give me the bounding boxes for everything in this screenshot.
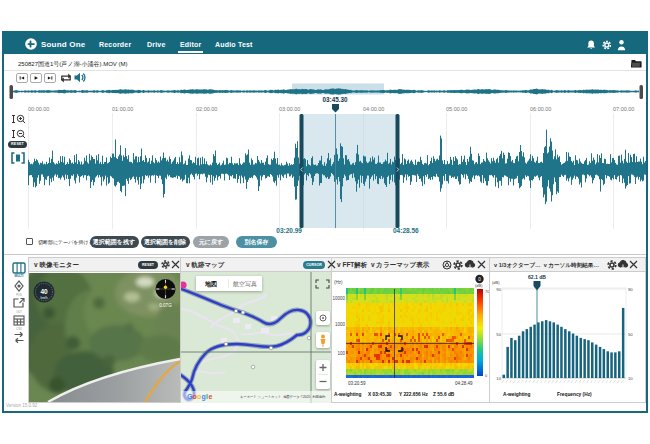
svg-text:90: 90 — [496, 287, 501, 292]
svg-text:Y 222.656 Hz: Y 222.656 Hz — [399, 392, 429, 397]
svg-text:90: 90 — [628, 287, 633, 292]
svg-text:04:28.49: 04:28.49 — [455, 381, 473, 386]
svg-text:A-weighting: A-weighting — [503, 392, 531, 397]
svg-text:50: 50 — [496, 332, 501, 337]
svg-text:e: e — [209, 393, 213, 400]
svg-text:10000: 10000 — [332, 296, 345, 301]
svg-text:OUT: OUT — [16, 310, 22, 314]
svg-text:X 03:45.30: X 03:45.30 — [368, 392, 392, 397]
svg-text:0: 0 — [485, 373, 488, 378]
svg-text:100: 100 — [337, 351, 345, 356]
svg-text:(Hz): (Hz) — [334, 280, 343, 285]
svg-text:(dB): (dB) — [492, 280, 500, 285]
svg-text:03:20.59: 03:20.59 — [348, 381, 366, 386]
svg-text:MULTI: MULTI — [15, 274, 24, 278]
svg-text:航空写真: 航空写真 — [233, 280, 257, 288]
svg-text:(dB): (dB) — [475, 283, 483, 288]
svg-text:1000: 1000 — [335, 322, 346, 327]
svg-text:Z 55.6 dB: Z 55.6 dB — [433, 392, 455, 397]
svg-text:62.1 dB: 62.1 dB — [528, 274, 546, 280]
svg-text:40: 40 — [40, 288, 48, 295]
svg-text:CSV: CSV — [16, 327, 22, 331]
svg-text:km/h: km/h — [41, 296, 48, 300]
svg-text:POS: POS — [16, 293, 22, 297]
svg-text:10: 10 — [496, 376, 501, 381]
svg-text:10: 10 — [628, 376, 633, 381]
svg-text:Frequency (Hz): Frequency (Hz) — [557, 392, 592, 397]
svg-text:50: 50 — [628, 332, 633, 337]
svg-text:0.07G: 0.07G — [159, 303, 172, 308]
svg-text:キーボード ショートカット 地図データ ©2025 利用: キーボード ショートカット 地図データ ©2025 利用規約 — [240, 394, 325, 399]
svg-text:地図: 地図 — [204, 280, 217, 288]
svg-text:A-weighting: A-weighting — [334, 392, 362, 397]
